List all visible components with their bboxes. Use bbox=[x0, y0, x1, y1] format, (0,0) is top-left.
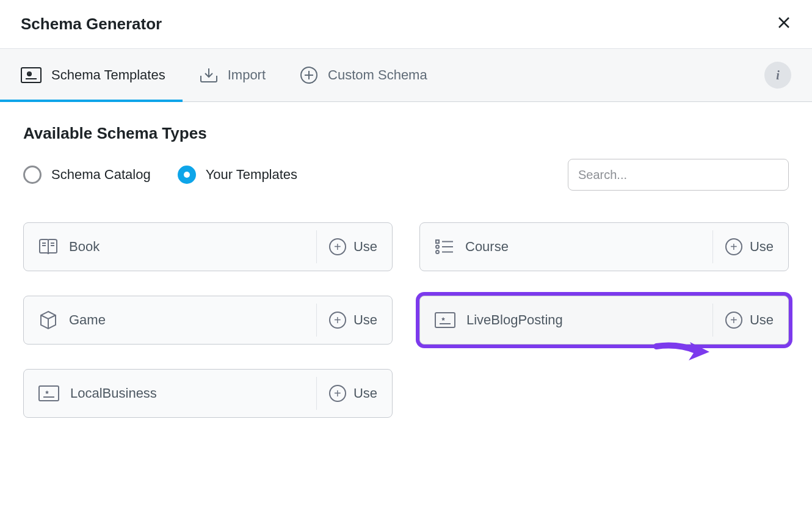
card-main: LiveBlogPosting bbox=[420, 312, 712, 328]
schema-cards-grid: Book Use bbox=[23, 222, 789, 418]
radio-label: Your Templates bbox=[206, 167, 297, 183]
use-label: Use bbox=[750, 312, 774, 328]
tabs-container: Schema Templates Import bbox=[21, 49, 436, 101]
plus-icon bbox=[329, 238, 346, 255]
svg-rect-20 bbox=[435, 313, 455, 327]
card-label: Game bbox=[69, 312, 106, 328]
ticket-icon bbox=[21, 67, 42, 83]
radio-schema-catalog[interactable]: Schema Catalog bbox=[23, 166, 151, 184]
search-input[interactable] bbox=[568, 159, 789, 191]
schema-card-localbusiness[interactable]: LocalBusiness Use bbox=[23, 369, 393, 418]
schema-card-book[interactable]: Book Use bbox=[23, 222, 393, 271]
schema-card-liveblogposting[interactable]: LiveBlogPosting Use bbox=[419, 296, 789, 345]
ticket-icon bbox=[38, 385, 59, 401]
card-main: LocalBusiness bbox=[24, 385, 316, 401]
tab-label: Schema Templates bbox=[51, 67, 165, 83]
card-label: LocalBusiness bbox=[70, 385, 157, 401]
tab-custom-schema[interactable]: Custom Schema bbox=[300, 49, 436, 101]
tab-label: Custom Schema bbox=[328, 67, 427, 83]
box-icon bbox=[38, 310, 58, 330]
use-button[interactable]: Use bbox=[712, 230, 788, 263]
use-label: Use bbox=[353, 239, 377, 255]
close-button[interactable] bbox=[777, 15, 791, 33]
svg-point-15 bbox=[436, 246, 439, 249]
plus-circle-icon bbox=[300, 66, 318, 84]
radio-indicator bbox=[178, 166, 196, 184]
plus-icon bbox=[725, 312, 742, 329]
card-label: LiveBlogPosting bbox=[466, 312, 563, 328]
use-label: Use bbox=[353, 385, 377, 401]
info-button[interactable]: i bbox=[764, 62, 791, 89]
import-icon bbox=[200, 67, 218, 83]
plus-icon bbox=[329, 312, 346, 329]
filter-row: Schema Catalog Your Templates bbox=[23, 159, 789, 191]
plus-icon bbox=[329, 385, 346, 402]
schema-card-game[interactable]: Game Use bbox=[23, 296, 393, 345]
tabs-bar: Schema Templates Import bbox=[0, 48, 812, 102]
card-main: Book bbox=[24, 238, 316, 255]
use-label: Use bbox=[353, 312, 377, 328]
radio-dot bbox=[184, 172, 190, 178]
schema-card-course[interactable]: Course Use bbox=[419, 222, 789, 271]
card-label: Course bbox=[465, 239, 509, 255]
card-main: Course bbox=[420, 238, 712, 255]
plus-icon bbox=[725, 238, 742, 255]
radio-label: Schema Catalog bbox=[51, 167, 151, 183]
radio-your-templates[interactable]: Your Templates bbox=[178, 166, 297, 184]
modal-title: Schema Generator bbox=[21, 15, 162, 34]
tab-schema-templates[interactable]: Schema Templates bbox=[21, 49, 174, 101]
section-title: Available Schema Types bbox=[23, 124, 789, 143]
book-icon bbox=[38, 238, 58, 255]
list-icon bbox=[435, 238, 454, 255]
modal-header: Schema Generator bbox=[0, 0, 812, 48]
tab-import[interactable]: Import bbox=[200, 49, 274, 101]
svg-point-17 bbox=[436, 250, 439, 254]
use-button[interactable]: Use bbox=[712, 304, 788, 337]
use-button[interactable]: Use bbox=[316, 304, 392, 337]
radio-group: Schema Catalog Your Templates bbox=[23, 166, 297, 184]
ticket-icon bbox=[435, 312, 455, 328]
tab-label: Import bbox=[228, 67, 266, 83]
use-button[interactable]: Use bbox=[316, 230, 392, 263]
content-area: Available Schema Types Schema Catalog Yo… bbox=[0, 102, 812, 440]
card-main: Game bbox=[24, 310, 316, 330]
svg-rect-22 bbox=[39, 386, 59, 401]
use-button[interactable]: Use bbox=[316, 377, 392, 410]
schema-generator-modal: Schema Generator Schema Templates bbox=[0, 0, 812, 529]
radio-indicator bbox=[23, 166, 42, 184]
card-label: Book bbox=[69, 239, 100, 255]
svg-rect-13 bbox=[436, 240, 439, 243]
use-label: Use bbox=[750, 239, 774, 255]
